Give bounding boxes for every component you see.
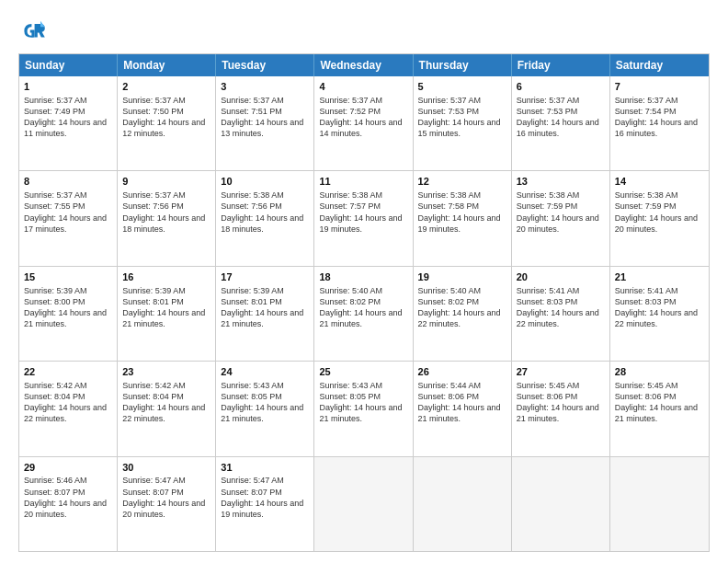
sunset-info: Sunset: 7:56 PM bbox=[122, 201, 210, 212]
calendar-cell: 29 Sunrise: 5:46 AM Sunset: 8:07 PM Dayl… bbox=[19, 457, 118, 551]
sunrise-info: Sunrise: 5:47 AM bbox=[122, 475, 210, 486]
sunset-info: Sunset: 8:01 PM bbox=[221, 296, 309, 307]
daylight-info: Daylight: 14 hours and 21 minutes. bbox=[221, 307, 309, 329]
sunrise-info: Sunrise: 5:37 AM bbox=[24, 95, 112, 106]
calendar-cell: 28 Sunrise: 5:45 AM Sunset: 8:06 PM Dayl… bbox=[610, 362, 709, 455]
sunset-info: Sunset: 7:57 PM bbox=[319, 201, 407, 212]
sunset-info: Sunset: 8:02 PM bbox=[418, 296, 506, 307]
calendar-cell: 31 Sunrise: 5:47 AM Sunset: 8:07 PM Dayl… bbox=[216, 457, 314, 551]
daylight-info: Daylight: 14 hours and 13 minutes. bbox=[221, 117, 309, 139]
day-number: 25 bbox=[319, 365, 407, 379]
calendar-cell bbox=[414, 457, 512, 551]
daylight-info: Daylight: 14 hours and 19 minutes. bbox=[319, 213, 407, 235]
calendar-cell: 16 Sunrise: 5:39 AM Sunset: 8:01 PM Dayl… bbox=[118, 267, 216, 361]
calendar-cell: 3 Sunrise: 5:37 AM Sunset: 7:51 PM Dayli… bbox=[216, 76, 314, 170]
sunset-info: Sunset: 7:52 PM bbox=[319, 106, 407, 117]
sunrise-info: Sunrise: 5:37 AM bbox=[221, 95, 309, 106]
day-number: 23 bbox=[122, 365, 210, 379]
sunrise-info: Sunrise: 5:37 AM bbox=[418, 95, 506, 106]
sunset-info: Sunset: 8:05 PM bbox=[221, 391, 309, 402]
calendar-body: 1 Sunrise: 5:37 AM Sunset: 7:49 PM Dayli… bbox=[19, 76, 709, 551]
calendar-cell: 14 Sunrise: 5:38 AM Sunset: 7:59 PM Dayl… bbox=[610, 171, 709, 265]
day-number: 17 bbox=[221, 270, 309, 284]
day-number: 27 bbox=[517, 365, 605, 379]
day-number: 30 bbox=[122, 461, 210, 475]
calendar-cell bbox=[314, 457, 413, 551]
day-number: 5 bbox=[418, 80, 506, 94]
calendar-cell: 1 Sunrise: 5:37 AM Sunset: 7:49 PM Dayli… bbox=[19, 76, 118, 170]
sunrise-info: Sunrise: 5:37 AM bbox=[122, 95, 210, 106]
daylight-info: Daylight: 14 hours and 21 minutes. bbox=[122, 307, 210, 329]
calendar-cell: 10 Sunrise: 5:38 AM Sunset: 7:56 PM Dayl… bbox=[216, 171, 314, 265]
calendar-row: 15 Sunrise: 5:39 AM Sunset: 8:00 PM Dayl… bbox=[19, 266, 709, 361]
sunset-info: Sunset: 8:05 PM bbox=[319, 391, 407, 402]
day-number: 31 bbox=[221, 461, 309, 475]
weekday-header: Thursday bbox=[414, 54, 512, 76]
daylight-info: Daylight: 14 hours and 21 minutes. bbox=[418, 402, 506, 424]
sunrise-info: Sunrise: 5:42 AM bbox=[24, 380, 112, 391]
day-number: 21 bbox=[615, 270, 704, 284]
logo-icon bbox=[18, 17, 48, 46]
sunrise-info: Sunrise: 5:44 AM bbox=[418, 380, 506, 391]
daylight-info: Daylight: 14 hours and 20 minutes. bbox=[517, 213, 605, 235]
calendar-cell: 30 Sunrise: 5:47 AM Sunset: 8:07 PM Dayl… bbox=[118, 457, 216, 551]
calendar-row: 1 Sunrise: 5:37 AM Sunset: 7:49 PM Dayli… bbox=[19, 76, 709, 170]
sunset-info: Sunset: 8:07 PM bbox=[24, 487, 112, 498]
calendar-cell: 2 Sunrise: 5:37 AM Sunset: 7:50 PM Dayli… bbox=[118, 76, 216, 170]
sunset-info: Sunset: 8:07 PM bbox=[221, 487, 309, 498]
sunset-info: Sunset: 7:58 PM bbox=[418, 201, 506, 212]
sunset-info: Sunset: 8:00 PM bbox=[24, 296, 112, 307]
calendar-cell: 11 Sunrise: 5:38 AM Sunset: 7:57 PM Dayl… bbox=[314, 171, 413, 265]
weekday-header: Friday bbox=[512, 54, 610, 76]
calendar-cell: 26 Sunrise: 5:44 AM Sunset: 8:06 PM Dayl… bbox=[414, 362, 512, 455]
calendar-cell: 8 Sunrise: 5:37 AM Sunset: 7:55 PM Dayli… bbox=[19, 171, 118, 265]
calendar-cell: 21 Sunrise: 5:41 AM Sunset: 8:03 PM Dayl… bbox=[610, 267, 709, 361]
calendar-cell: 18 Sunrise: 5:40 AM Sunset: 8:02 PM Dayl… bbox=[314, 267, 413, 361]
calendar-cell: 12 Sunrise: 5:38 AM Sunset: 7:58 PM Dayl… bbox=[414, 171, 512, 265]
sunset-info: Sunset: 8:06 PM bbox=[418, 391, 506, 402]
sunrise-info: Sunrise: 5:37 AM bbox=[615, 95, 704, 106]
daylight-info: Daylight: 14 hours and 21 minutes. bbox=[221, 402, 309, 424]
sunrise-info: Sunrise: 5:37 AM bbox=[122, 190, 210, 201]
daylight-info: Daylight: 14 hours and 19 minutes. bbox=[221, 498, 309, 520]
day-number: 28 bbox=[615, 365, 704, 379]
weekday-header: Saturday bbox=[610, 54, 709, 76]
weekday-header: Wednesday bbox=[314, 54, 413, 76]
sunset-info: Sunset: 8:01 PM bbox=[122, 296, 210, 307]
day-number: 20 bbox=[517, 270, 605, 284]
daylight-info: Daylight: 14 hours and 18 minutes. bbox=[122, 213, 210, 235]
logo bbox=[18, 17, 51, 46]
sunrise-info: Sunrise: 5:45 AM bbox=[615, 380, 704, 391]
day-number: 1 bbox=[24, 80, 112, 94]
calendar-cell: 4 Sunrise: 5:37 AM Sunset: 7:52 PM Dayli… bbox=[314, 76, 413, 170]
sunrise-info: Sunrise: 5:38 AM bbox=[615, 190, 704, 201]
daylight-info: Daylight: 14 hours and 14 minutes. bbox=[319, 117, 407, 139]
daylight-info: Daylight: 14 hours and 19 minutes. bbox=[418, 213, 506, 235]
sunrise-info: Sunrise: 5:40 AM bbox=[418, 285, 506, 296]
sunset-info: Sunset: 7:59 PM bbox=[517, 201, 605, 212]
sunrise-info: Sunrise: 5:37 AM bbox=[319, 95, 407, 106]
day-number: 6 bbox=[517, 80, 605, 94]
calendar-cell: 9 Sunrise: 5:37 AM Sunset: 7:56 PM Dayli… bbox=[118, 171, 216, 265]
sunset-info: Sunset: 8:02 PM bbox=[319, 296, 407, 307]
calendar-header: SundayMondayTuesdayWednesdayThursdayFrid… bbox=[19, 54, 709, 76]
calendar-cell: 22 Sunrise: 5:42 AM Sunset: 8:04 PM Dayl… bbox=[19, 362, 118, 455]
daylight-info: Daylight: 14 hours and 18 minutes. bbox=[221, 213, 309, 235]
sunrise-info: Sunrise: 5:39 AM bbox=[24, 285, 112, 296]
sunrise-info: Sunrise: 5:39 AM bbox=[122, 285, 210, 296]
calendar-cell: 15 Sunrise: 5:39 AM Sunset: 8:00 PM Dayl… bbox=[19, 267, 118, 361]
day-number: 10 bbox=[221, 175, 309, 189]
daylight-info: Daylight: 14 hours and 20 minutes. bbox=[24, 498, 112, 520]
calendar-cell: 23 Sunrise: 5:42 AM Sunset: 8:04 PM Dayl… bbox=[118, 362, 216, 455]
sunrise-info: Sunrise: 5:45 AM bbox=[517, 380, 605, 391]
sunrise-info: Sunrise: 5:47 AM bbox=[221, 475, 309, 486]
daylight-info: Daylight: 14 hours and 21 minutes. bbox=[319, 402, 407, 424]
sunset-info: Sunset: 7:49 PM bbox=[24, 106, 112, 117]
sunset-info: Sunset: 8:03 PM bbox=[517, 296, 605, 307]
calendar-cell: 25 Sunrise: 5:43 AM Sunset: 8:05 PM Dayl… bbox=[314, 362, 413, 455]
daylight-info: Daylight: 14 hours and 21 minutes. bbox=[319, 307, 407, 329]
calendar: SundayMondayTuesdayWednesdayThursdayFrid… bbox=[18, 53, 710, 552]
sunrise-info: Sunrise: 5:38 AM bbox=[319, 190, 407, 201]
sunrise-info: Sunrise: 5:39 AM bbox=[221, 285, 309, 296]
day-number: 2 bbox=[122, 80, 210, 94]
